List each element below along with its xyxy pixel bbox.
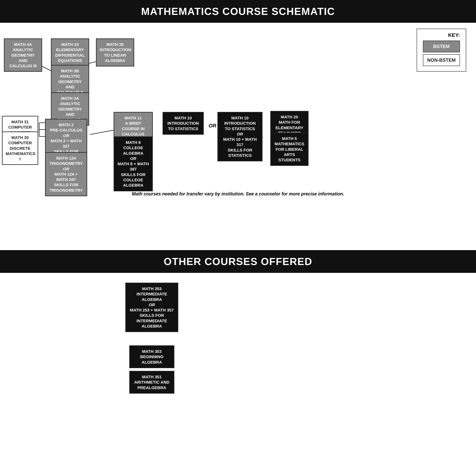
course-box-math351: MATH 351 ARITHMETIC AND PREALGEBRA — [129, 371, 174, 394]
other-connectors — [0, 273, 476, 430]
course-box-math353: MATH 353 BEGINNING ALGEBRA — [129, 345, 174, 368]
course-box-math26: MATH 26 INTRODUCTION TO LINEAR ALGEBRA — [96, 38, 134, 66]
or-label-math10: OR — [209, 123, 216, 129]
key-box: KEY: BSTEM NON-BSTEM — [417, 29, 466, 71]
course-box-math5: MATH 5 MATHEMATICS FOR LIBERAL ARTS STUD… — [270, 133, 309, 166]
schematic-section: MATH 4A ANALYTIC GEOMETRY AND CALCULUS I… — [0, 23, 476, 248]
course-box-math11: MATH 11 A BRIEF COURSE IN CALCULUS — [114, 112, 153, 140]
key-bstem: BSTEM — [423, 41, 460, 52]
course-box-math124: MATH 124 TRIGONOMETRY OR MATH 124 + MATH… — [45, 152, 87, 196]
course-box-math24: MATH 24 ELEMENTARY DIFFERENTIAL EQUATION… — [51, 38, 89, 66]
key-non-bstem: NON-BSTEM — [423, 54, 460, 66]
footnote: Math courses needed for transfer vary by… — [10, 191, 466, 200]
other-header-title: OTHER COURSES OFFERED — [164, 256, 312, 267]
key-title: KEY: — [423, 32, 460, 38]
course-box-math30: MATH 30 COMPUTER DISCRETE MATHEMATICS I — [2, 132, 38, 165]
header-title: MATHEMATICS COURSE SCHEMATIC — [141, 6, 335, 17]
other-header: OTHER COURSES OFFERED — [0, 250, 476, 273]
course-box-math10b: MATH 10 INTRODUCTION TO STATISTICS OR MA… — [217, 112, 262, 161]
course-box-math4a: MATH 4A ANALYTIC GEOMETRY AND CALCULUS I… — [4, 38, 42, 72]
main-header: MATHEMATICS COURSE SCHEMATIC — [0, 0, 476, 23]
course-box-math10a: MATH 10 INTRODUCTION TO STATISTICS — [163, 112, 204, 135]
other-section: MATH 253 INTERMEDIATE ALGEBRA OR MATH 25… — [0, 273, 476, 430]
course-box-math8: MATH 8 COLLEGE ALGEBRA OR MATH 8 + MATH … — [114, 136, 153, 191]
course-box-math253: MATH 253 INTERMEDIATE ALGEBRA OR MATH 25… — [125, 283, 178, 332]
